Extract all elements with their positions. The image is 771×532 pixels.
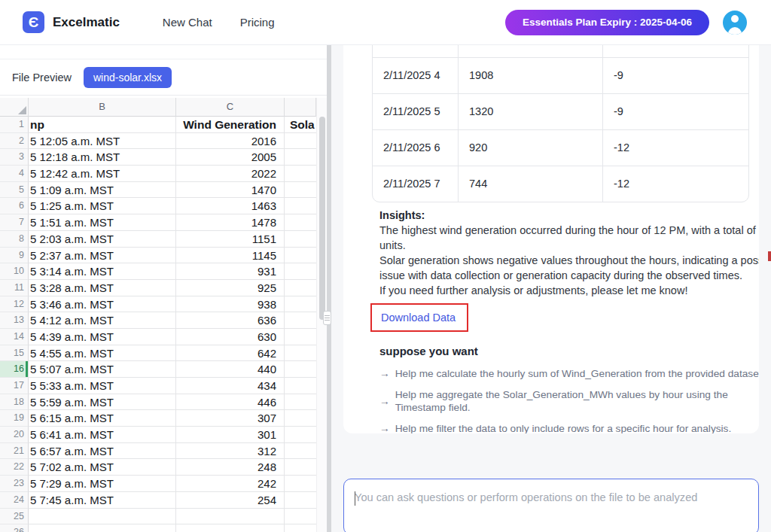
cell-b[interactable]: 5 12:18 a.m. MST: [29, 149, 176, 166]
cell-c[interactable]: 301: [176, 427, 285, 443]
cell-b[interactable]: 5 5:07 a.m. MST: [29, 361, 176, 378]
cell-c[interactable]: 2005: [176, 149, 285, 166]
cell-b[interactable]: 5 4:55 a.m. MST: [29, 345, 176, 362]
cell-c[interactable]: 931: [176, 263, 285, 280]
cell-d[interactable]: [285, 231, 316, 248]
cell-b[interactable]: 5 5:59 a.m. MST: [29, 394, 176, 411]
cell-b[interactable]: 5 1:09 a.m. MST: [29, 182, 176, 199]
cell-d[interactable]: [285, 182, 316, 199]
cell-c[interactable]: 440: [176, 361, 285, 378]
row-number[interactable]: 1: [0, 117, 29, 133]
nav-new-chat[interactable]: New Chat: [163, 16, 212, 29]
cell-d[interactable]: [285, 133, 316, 150]
cell-c[interactable]: 1478: [176, 214, 285, 231]
cell-c[interactable]: 630: [176, 329, 285, 345]
suggestion-item[interactable]: →Help me filter the data to only include…: [379, 422, 753, 433]
row-number[interactable]: 3: [0, 149, 29, 166]
user-avatar[interactable]: [723, 11, 747, 35]
cell-b[interactable]: 5 6:15 a.m. MST: [29, 410, 176, 427]
cell-c[interactable]: [176, 509, 285, 525]
row-number[interactable]: 15: [0, 345, 29, 362]
row-number[interactable]: 14: [0, 329, 29, 345]
suggestion-item[interactable]: →Help me calculate the hourly sum of Win…: [379, 367, 753, 380]
row-number[interactable]: 19: [0, 410, 29, 427]
cell-b[interactable]: 5 1:25 a.m. MST: [29, 198, 176, 214]
cell-c[interactable]: [176, 524, 285, 532]
cell-c[interactable]: 636: [176, 312, 285, 329]
cell-d[interactable]: [285, 248, 316, 264]
chat-input-textarea[interactable]: [344, 479, 758, 532]
cell-b[interactable]: 5 3:46 a.m. MST: [29, 296, 176, 313]
cell-b[interactable]: 5 7:45 a.m. MST: [29, 492, 176, 509]
row-number[interactable]: 11: [0, 280, 29, 296]
cell-b[interactable]: 5 3:14 a.m. MST: [29, 263, 176, 280]
column-header-c[interactable]: C: [176, 98, 285, 117]
cell-b[interactable]: 5 6:41 a.m. MST: [29, 427, 176, 443]
cell-c[interactable]: Wind Generation: [176, 117, 285, 133]
suggestion-item[interactable]: →Help me aggregate the Solar_Generation_…: [379, 388, 753, 414]
row-number[interactable]: 13: [0, 312, 29, 329]
select-all-corner-icon[interactable]: [0, 98, 29, 117]
cell-d[interactable]: [285, 149, 316, 166]
row-number[interactable]: 10: [0, 263, 29, 280]
cell-c[interactable]: 1151: [176, 231, 285, 248]
file-tab-wind-solar[interactable]: wind-solar.xlsx: [84, 67, 172, 88]
cell-d[interactable]: [285, 214, 316, 231]
cell-b[interactable]: np: [29, 117, 176, 133]
cell-d[interactable]: [285, 524, 316, 532]
cell-c[interactable]: 1470: [176, 182, 285, 199]
cell-c[interactable]: 434: [176, 378, 285, 394]
cell-c[interactable]: 938: [176, 296, 285, 313]
download-data-link[interactable]: Download Data: [381, 312, 456, 324]
excelmatic-logo-icon[interactable]: Є: [23, 11, 44, 33]
cell-d[interactable]: [285, 263, 316, 280]
row-number[interactable]: 12: [0, 296, 29, 313]
cell-c[interactable]: 2016: [176, 133, 285, 150]
cell-d[interactable]: [285, 492, 316, 509]
column-header-d[interactable]: [285, 98, 316, 117]
row-number[interactable]: 7: [0, 214, 29, 231]
cell-c[interactable]: 642: [176, 345, 285, 362]
cell-b[interactable]: 5 3:28 a.m. MST: [29, 280, 176, 296]
cell-c[interactable]: 254: [176, 492, 285, 509]
cell-d[interactable]: [285, 329, 316, 345]
chat-input-box[interactable]: [343, 479, 759, 532]
row-number[interactable]: 21: [0, 443, 29, 460]
cell-c[interactable]: 1145: [176, 248, 285, 264]
cell-c[interactable]: 2022: [176, 166, 285, 182]
row-number[interactable]: 25: [0, 509, 29, 525]
cell-c[interactable]: 248: [176, 459, 285, 476]
row-number[interactable]: 4: [0, 166, 29, 182]
cell-d[interactable]: [285, 312, 316, 329]
row-number[interactable]: 17: [0, 378, 29, 394]
row-number[interactable]: 16: [0, 361, 29, 378]
column-header-b[interactable]: B: [29, 98, 176, 117]
cell-b[interactable]: [29, 524, 176, 532]
cell-b[interactable]: 5 12:05 a.m. MST: [29, 133, 176, 150]
cell-c[interactable]: 446: [176, 394, 285, 411]
cell-b[interactable]: 5 2:03 a.m. MST: [29, 231, 176, 248]
cell-d[interactable]: [285, 345, 316, 362]
panel-splitter-grip-icon[interactable]: [323, 311, 331, 325]
row-number[interactable]: 26: [0, 524, 29, 532]
cell-d[interactable]: [285, 427, 316, 443]
cell-c[interactable]: 312: [176, 443, 285, 460]
row-number[interactable]: 23: [0, 476, 29, 492]
cell-c[interactable]: 307: [176, 410, 285, 427]
cell-c[interactable]: 925: [176, 280, 285, 296]
row-number[interactable]: 20: [0, 427, 29, 443]
cell-d[interactable]: [285, 476, 316, 492]
cell-b[interactable]: 5 5:33 a.m. MST: [29, 378, 176, 394]
cell-c[interactable]: 1463: [176, 198, 285, 214]
cell-b[interactable]: 5 12:42 a.m. MST: [29, 166, 176, 182]
cell-d[interactable]: [285, 509, 316, 525]
row-number[interactable]: 6: [0, 198, 29, 214]
spreadsheet-scrollbar-thumb[interactable]: [319, 117, 325, 320]
plan-expiry-badge[interactable]: Essentials Plan Expiry : 2025-04-06: [505, 10, 709, 35]
cell-d[interactable]: [285, 280, 316, 296]
cell-d[interactable]: [285, 166, 316, 182]
row-number[interactable]: 18: [0, 394, 29, 411]
cell-b[interactable]: 5 4:39 a.m. MST: [29, 329, 176, 345]
cell-d[interactable]: [285, 410, 316, 427]
cell-b[interactable]: 5 2:37 a.m. MST: [29, 248, 176, 264]
